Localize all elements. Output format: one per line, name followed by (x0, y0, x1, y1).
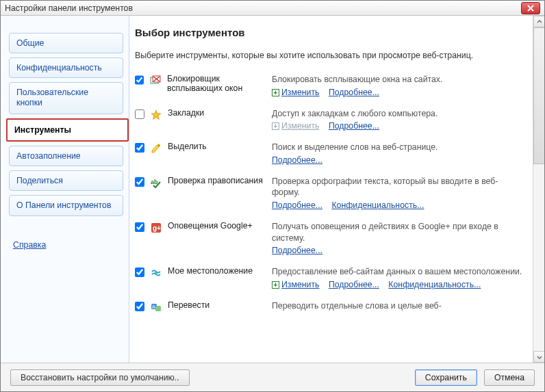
tool-checkbox[interactable] (135, 109, 144, 119)
tool-name: Перевести (168, 300, 210, 310)
more-link[interactable]: Подробнее... (272, 155, 322, 165)
tool-row: Мое местоположение Предоставление веб-са… (134, 262, 526, 296)
sidebar-item-tools[interactable]: Инструменты (6, 118, 129, 142)
modify-link[interactable]: +Изменить (272, 88, 319, 97)
tool-checkbox[interactable] (135, 75, 144, 85)
tool-name: Проверка правописания (168, 176, 263, 185)
page-heading: Выбор инструментов (135, 27, 526, 38)
scroll-down-button[interactable] (533, 351, 544, 363)
content: Выбор инструментов Выберите инструменты,… (129, 16, 533, 363)
more-link[interactable]: Подробнее... (329, 121, 379, 131)
tool-name: Оповещения Google+ (168, 221, 253, 231)
tool-right: Поиск и выделение слов на веб-странице. … (272, 142, 524, 165)
tool-checkbox[interactable] (135, 302, 144, 311)
tool-left: Мое местоположение (135, 266, 272, 279)
svg-text:g+: g+ (153, 224, 161, 232)
tool-checkbox[interactable] (135, 143, 144, 153)
scrollbar[interactable] (533, 16, 544, 363)
tool-checkbox[interactable] (135, 222, 144, 232)
more-link[interactable]: Подробнее... (329, 88, 379, 97)
tool-desc: Доступ к закладкам с любого компьютера. (272, 108, 524, 120)
tool-links: +Изменить Подробнее... (272, 121, 524, 131)
highlight-icon (150, 142, 162, 155)
save-button[interactable]: Сохранить (415, 369, 477, 386)
more-link[interactable]: Подробнее... (272, 200, 322, 210)
footer: Восстановить настройки по умолчанию.. Со… (1, 363, 544, 391)
tool-left: ab Проверка правописания (135, 176, 272, 189)
more-link[interactable]: Подробнее... (272, 246, 322, 255)
page-instruction: Выберите инструменты, которые вы хотите … (135, 51, 526, 60)
tool-left: A Перевести (135, 300, 272, 313)
cancel-button[interactable]: Отмена (484, 369, 535, 386)
tool-right: Блокировать всплывающие окна на сайтах. … (272, 74, 524, 97)
tool-links: +Изменить Подробнее... (272, 88, 524, 97)
tool-name: Мое местоположение (168, 266, 253, 276)
chevron-up-icon (537, 19, 542, 25)
svg-text:A: A (152, 304, 155, 309)
svg-text:ab: ab (151, 179, 158, 185)
help-link[interactable]: Справка (13, 240, 46, 250)
sidebar-item-general[interactable]: Общие (9, 33, 123, 53)
tool-desc: Предоставление веб-сайтам данных о вашем… (272, 266, 524, 278)
bookmarks-icon (150, 109, 162, 121)
titlebar: Настройки панели инструментов (1, 1, 544, 16)
popup-blocker-icon (149, 75, 162, 87)
tool-row: Блокировщик всплывающих окон Блокировать… (134, 70, 526, 104)
tool-left: g+ Оповещения Google+ (135, 221, 272, 234)
tool-desc: Получать оповещения о действиях в Google… (272, 221, 524, 244)
tool-row: ab Проверка правописания Проверка орфогр… (134, 172, 526, 217)
sidebar: Общие Конфиденциальность Пользовательски… (1, 16, 129, 363)
tool-name: Блокировщик всплывающих окон (167, 74, 272, 93)
tool-desc: Блокировать всплывающие окна на сайтах. (272, 74, 524, 86)
scroll-track[interactable] (533, 27, 544, 351)
sidebar-item-privacy[interactable]: Конфиденциальность (9, 57, 123, 78)
tools-list: Блокировщик всплывающих окон Блокировать… (134, 70, 526, 320)
tool-desc: Поиск и выделение слов на веб-странице. (272, 142, 524, 153)
tool-row: Закладки Доступ к закладкам с любого ком… (134, 104, 526, 138)
tool-checkbox[interactable] (135, 177, 144, 187)
scroll-thumb[interactable] (533, 27, 544, 164)
tool-left: Блокировщик всплывающих окон (135, 74, 272, 93)
tool-name: Закладки (168, 108, 204, 118)
tool-desc: Проверка орфографии текста, который вы в… (272, 176, 524, 198)
body: Общие Конфиденциальность Пользовательски… (1, 16, 544, 363)
privacy-link[interactable]: Конфиденциальность... (331, 200, 424, 210)
more-link[interactable]: Подробнее... (329, 280, 379, 289)
tool-checkbox[interactable] (135, 267, 144, 277)
tool-links: Подробнее... Конфиденциальность... (272, 200, 524, 210)
location-icon (150, 267, 162, 279)
tool-row: Выделить Поиск и выделение слов на веб-с… (134, 138, 526, 172)
tool-right: Проверка орфографии текста, который вы в… (272, 176, 524, 210)
window-title: Настройки панели инструментов (5, 3, 521, 13)
sidebar-item-autofill[interactable]: Автозаполнение (9, 146, 123, 166)
scroll-up-button[interactable] (533, 16, 544, 27)
plus-icon: + (272, 122, 279, 130)
tool-right: Предоставление веб-сайтам данных о вашем… (272, 266, 524, 289)
tool-links: Подробнее... (272, 155, 524, 165)
close-icon (527, 5, 534, 12)
tool-desc: Переводить отдельные слова и целые веб- (272, 300, 524, 312)
sidebar-item-about[interactable]: О Панели инструментов (9, 195, 123, 216)
modify-link: +Изменить (272, 121, 319, 131)
modify-link[interactable]: +Изменить (272, 280, 319, 289)
sidebar-item-custom-buttons[interactable]: Пользовательские кнопки (9, 82, 123, 114)
svg-marker-5 (152, 145, 159, 153)
svg-point-10 (155, 272, 157, 274)
privacy-link[interactable]: Конфиденциальность... (388, 280, 481, 289)
help-area: Справка (1, 240, 129, 363)
tool-left: Выделить (135, 142, 272, 155)
tool-row: g+ Оповещения Google+ Получать оповещени… (134, 217, 526, 262)
tool-right: Доступ к закладкам с любого компьютера. … (272, 108, 524, 131)
close-button[interactable] (521, 2, 540, 14)
tool-links: Подробнее... (272, 246, 524, 255)
settings-window: Настройки панели инструментов Общие Конф… (0, 0, 545, 392)
google-plus-icon: g+ (150, 222, 162, 234)
chevron-down-icon (537, 354, 542, 360)
reset-defaults-button[interactable]: Восстановить настройки по умолчанию.. (10, 369, 190, 386)
svg-marker-4 (151, 110, 161, 120)
main: Выбор инструментов Выберите инструменты,… (129, 16, 544, 363)
sidebar-item-share[interactable]: Поделиться (9, 170, 123, 191)
spellcheck-icon: ab (150, 177, 162, 189)
tool-name: Выделить (168, 142, 207, 151)
tool-right: Получать оповещения о действиях в Google… (272, 221, 524, 255)
